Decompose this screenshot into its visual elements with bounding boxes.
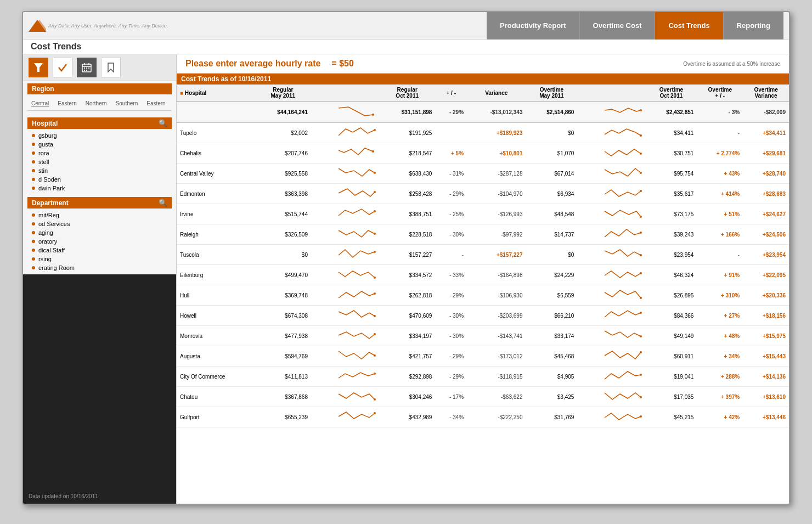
department-item[interactable]: rsing xyxy=(27,255,172,263)
department-item[interactable]: erating Room xyxy=(27,263,172,272)
cell-pm: - 30% xyxy=(435,224,467,245)
cell-sparkline-ot xyxy=(577,245,645,265)
cell-hospital: Howell xyxy=(177,306,255,326)
hospital-item[interactable]: stell xyxy=(27,157,172,166)
region-tab-eastern2[interactable]: Eastern xyxy=(143,99,169,108)
svg-rect-9 xyxy=(88,67,89,69)
cell-ot-oct: $45,215 xyxy=(645,407,697,427)
department-item[interactable]: od Services xyxy=(27,219,172,228)
sidebar: Region Central Eastern Northern Southern… xyxy=(23,54,177,504)
cell-ot-may: $31,769 xyxy=(526,407,577,427)
cell-hospital: Hull xyxy=(177,285,255,306)
sparkline-reg-9 xyxy=(337,307,376,323)
table-row: Howell $674,308 $470,609 - 30% -$203,699… xyxy=(177,306,789,326)
cell-ot-var: +$34,411 xyxy=(743,122,789,143)
summary-reg-oct: $31,151,898 xyxy=(379,102,435,122)
hospital-item[interactable]: dwin Park xyxy=(27,184,172,193)
cell-reg-may: $655,239 xyxy=(255,407,311,427)
hospital-item[interactable]: gusta xyxy=(27,140,172,149)
summary-ot-may: $2,514,860 xyxy=(526,102,577,122)
cell-pm: - 31% xyxy=(435,164,467,184)
cell-sparkline-reg xyxy=(311,285,379,306)
cell-ot-may: $6,934 xyxy=(526,184,577,204)
hospital-item[interactable]: d Soden xyxy=(27,175,172,184)
sidebar-bookmark-icon[interactable] xyxy=(101,58,121,77)
sparkline-ot-4 xyxy=(604,206,642,221)
sidebar-calendar-icon[interactable] xyxy=(77,58,97,77)
sparkline-ot-13 xyxy=(604,388,642,404)
cell-sparkline-reg xyxy=(311,204,379,224)
department-item[interactable]: aging xyxy=(27,228,172,237)
cell-ot-oct: $84,366 xyxy=(645,306,697,326)
cell-pm: - 29% xyxy=(435,346,467,367)
cell-variance: +$189,923 xyxy=(467,122,526,143)
cell-ot-oct: $35,617 xyxy=(645,184,697,204)
svg-point-40 xyxy=(640,374,642,376)
svg-point-23 xyxy=(374,210,376,212)
sparkline-ot-14 xyxy=(604,409,642,424)
hospital-item[interactable]: gsburg xyxy=(27,131,172,140)
rate-bar: Please enter average hourly rate = $50 O… xyxy=(177,54,789,74)
tab-cost-trends[interactable]: Cost Trends xyxy=(655,12,723,40)
sparkline-ot-8 xyxy=(604,287,642,302)
tab-productivity[interactable]: Productivity Report xyxy=(487,12,579,40)
cell-variance: -$106,930 xyxy=(467,285,526,306)
cell-reg-may: $326,509 xyxy=(255,224,311,245)
summary-ot-oct: $2,432,851 xyxy=(645,102,697,122)
cell-variance: -$118,915 xyxy=(467,367,526,387)
table-row: Augusta $594,769 $421,757 - 29% -$173,01… xyxy=(177,346,789,367)
cell-sparkline-ot xyxy=(577,143,645,164)
cell-reg-may: $2,002 xyxy=(255,122,311,143)
cell-sparkline-ot xyxy=(577,346,645,367)
sparkline-reg-3 xyxy=(337,185,376,201)
sidebar-icons xyxy=(23,54,176,81)
sidebar-department-section: Department 🔍 mit/Reg od Services aging o… xyxy=(23,195,176,274)
cell-ot-var: +$15,443 xyxy=(743,346,789,367)
cell-ot-oct: $95,754 xyxy=(645,164,697,184)
sparkline-ot-7 xyxy=(604,267,642,282)
hospital-search-icon[interactable]: 🔍 xyxy=(159,119,167,127)
sidebar-filter-icon[interactable] xyxy=(29,58,48,77)
department-search-icon[interactable]: 🔍 xyxy=(159,199,167,207)
svg-point-14 xyxy=(640,109,642,111)
cell-reg-may: $674,308 xyxy=(255,306,311,326)
cell-ot-pm: - xyxy=(697,122,743,143)
region-tab-central[interactable]: Central xyxy=(27,99,53,108)
summary-reg-may: $44,164,241 xyxy=(255,102,311,122)
region-tab-northern[interactable]: Northern xyxy=(82,99,111,108)
hospital-item[interactable]: rora xyxy=(27,149,172,157)
cell-pm: - 29% xyxy=(435,367,467,387)
cell-variance: -$173,012 xyxy=(467,346,526,367)
tab-overtime[interactable]: Overtime Cost xyxy=(579,12,655,40)
cell-ot-pm: + 51% xyxy=(697,204,743,224)
department-item[interactable]: mit/Reg xyxy=(27,211,172,219)
cell-reg-oct: $292,898 xyxy=(379,367,435,387)
cell-ot-var: +$22,095 xyxy=(743,265,789,285)
sparkline-reg-0 xyxy=(337,125,376,140)
region-tab-eastern[interactable]: Eastern xyxy=(54,99,80,108)
cell-reg-may: $0 xyxy=(255,245,311,265)
department-item[interactable]: oratory xyxy=(27,237,172,246)
table-container[interactable]: ■ Hospital RegularMay 2011 RegularOct 20… xyxy=(177,84,789,504)
sidebar-check-icon[interactable] xyxy=(53,58,72,77)
sparkline-ot-10 xyxy=(604,328,642,343)
cell-reg-oct: $334,197 xyxy=(379,326,435,346)
cell-variance: -$203,699 xyxy=(467,306,526,326)
hospital-item[interactable]: stin xyxy=(27,166,172,175)
tab-reporting[interactable]: Reporting xyxy=(723,12,783,40)
cell-ot-may: $24,229 xyxy=(526,265,577,285)
svg-point-41 xyxy=(374,398,376,401)
cell-reg-may: $369,748 xyxy=(255,285,311,306)
department-item[interactable]: dical Staff xyxy=(27,246,172,255)
cell-reg-may: $499,470 xyxy=(255,265,311,285)
cell-reg-oct: $638,430 xyxy=(379,164,435,184)
region-tab-southern[interactable]: Southern xyxy=(112,99,142,108)
cell-ot-oct: $19,041 xyxy=(645,367,697,387)
cell-variance: +$10,801 xyxy=(467,143,526,164)
cell-sparkline-reg xyxy=(311,164,379,184)
cell-ot-oct: $23,954 xyxy=(645,245,697,265)
cell-ot-pm: + 166% xyxy=(697,224,743,245)
main-layout: Region Central Eastern Northern Southern… xyxy=(23,54,789,504)
svg-point-32 xyxy=(640,297,642,299)
sparkline-reg-10 xyxy=(337,328,376,343)
